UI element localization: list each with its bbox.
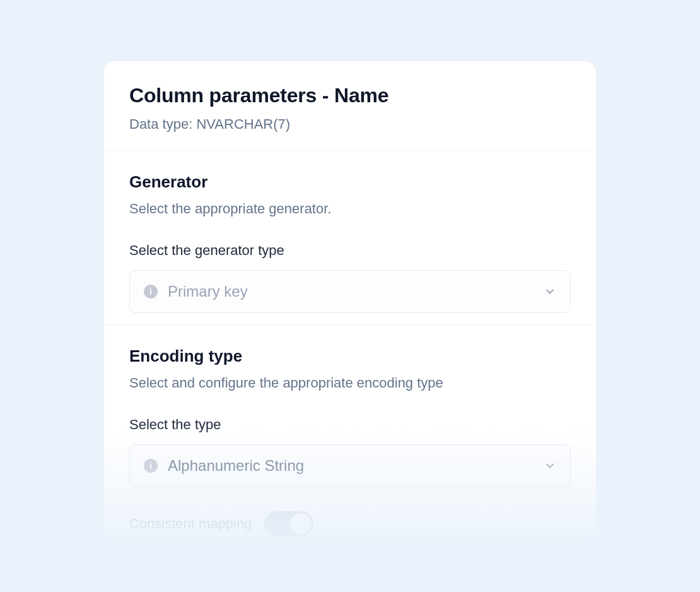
- chevron-down-icon: [544, 459, 556, 472]
- generator-type-value: Primary key: [168, 283, 544, 300]
- encoding-section: Encoding type Select and configure the a…: [104, 324, 596, 492]
- panel-title: Column parameters - Name: [129, 84, 571, 107]
- generator-type-select[interactable]: i Primary key: [129, 270, 571, 313]
- encoding-type-label: Select the type: [129, 417, 571, 433]
- consistent-mapping-row: Consistent mapping: [104, 492, 596, 536]
- encoding-type-select[interactable]: i Alphanumeric String: [129, 444, 571, 487]
- generator-section-desc: Select the appropriate generator.: [129, 201, 571, 217]
- encoding-type-value: Alphanumeric String: [168, 457, 544, 475]
- generator-type-label: Select the generator type: [129, 242, 571, 259]
- generator-section-title: Generator: [129, 172, 571, 192]
- chevron-down-icon: [544, 285, 556, 298]
- encoding-section-desc: Select and configure the appropriate enc…: [129, 375, 571, 391]
- column-parameters-panel: Column parameters - Name Data type: NVAR…: [103, 61, 597, 537]
- consistent-mapping-toggle[interactable]: [264, 511, 313, 536]
- panel-header: Column parameters - Name Data type: NVAR…: [104, 61, 596, 151]
- panel-subtitle: Data type: NVARCHAR(7): [129, 116, 571, 133]
- info-icon: i: [144, 459, 158, 473]
- info-icon: i: [144, 285, 158, 299]
- consistent-mapping-label: Consistent mapping: [129, 516, 252, 532]
- encoding-section-title: Encoding type: [129, 346, 571, 366]
- toggle-knob: [290, 513, 312, 535]
- generator-section: Generator Select the appropriate generat…: [104, 151, 596, 318]
